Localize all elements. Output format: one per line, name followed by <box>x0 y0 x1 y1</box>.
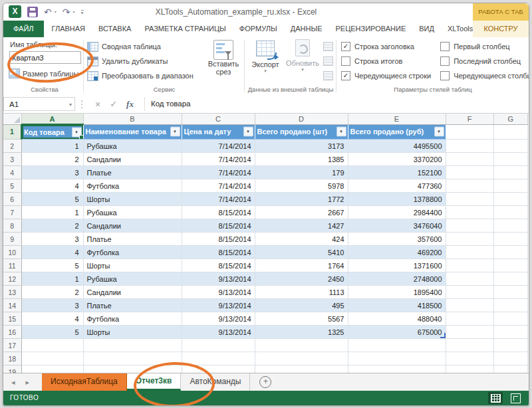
cell[interactable]: 9/13/2014 <box>182 286 255 299</box>
column-header-d[interactable]: D <box>255 114 348 124</box>
cell[interactable] <box>348 352 446 365</box>
tools-item-удалить-дубликаты[interactable]: Удалить дубликаты <box>87 54 194 68</box>
cell[interactable] <box>255 339 348 352</box>
cell[interactable]: Футболка <box>83 246 182 259</box>
tools-item-сводная-таблица[interactable]: Сводная таблица <box>87 39 194 54</box>
filter-dropdown-icon[interactable]: ▼ <box>434 127 444 137</box>
unlink-icon[interactable] <box>323 71 333 80</box>
row-header-15[interactable]: 15 <box>3 312 21 326</box>
ribbon-tab-рецензирование[interactable]: РЕЦЕНЗИРОВАНИЕ <box>329 21 412 37</box>
cell[interactable]: 3 <box>21 299 83 312</box>
cell[interactable]: 1325 <box>255 326 348 339</box>
cell[interactable]: Платье <box>83 299 182 312</box>
checkbox-box-icon[interactable]: ✓ <box>341 71 350 80</box>
cell[interactable]: 8/15/2014 <box>182 233 255 246</box>
cell[interactable] <box>83 352 182 365</box>
cell[interactable] <box>446 312 493 326</box>
cell[interactable]: 8/15/2014 <box>182 246 255 259</box>
cell[interactable]: 2984400 <box>348 206 446 219</box>
cell[interactable] <box>182 352 255 365</box>
cell[interactable]: 179 <box>255 166 348 179</box>
row-header-1[interactable]: 1 <box>3 124 21 140</box>
cell[interactable] <box>255 352 348 365</box>
cell[interactable]: Сандалии <box>83 219 182 233</box>
row-header-4[interactable]: 4 <box>3 166 21 179</box>
formula-input[interactable]: Код товара <box>151 95 190 113</box>
cell[interactable] <box>493 272 528 286</box>
cell[interactable]: 1371600 <box>348 259 446 272</box>
cell[interactable]: 5 <box>21 326 83 339</box>
cell[interactable]: Футболка <box>83 179 182 193</box>
name-box[interactable]: A1 ▾ <box>3 97 75 111</box>
cell[interactable] <box>493 153 528 166</box>
filter-dropdown-icon[interactable]: ▼ <box>170 127 180 137</box>
checkbox-box-icon[interactable] <box>440 42 450 51</box>
cell[interactable]: Рубашка <box>83 272 182 286</box>
column-header-b[interactable]: B <box>83 114 182 124</box>
cell[interactable] <box>493 299 528 312</box>
row-header-17[interactable]: 17 <box>3 339 21 352</box>
export-button[interactable]: Экспорт ▾ <box>248 41 283 73</box>
cell[interactable] <box>83 339 182 352</box>
row-header-2[interactable]: 2 <box>3 140 21 153</box>
cell[interactable]: 418500 <box>348 299 446 312</box>
checkbox-чередующиеся-строки[interactable]: ✓Чередующиеся строки <box>341 68 431 83</box>
cell[interactable]: 152100 <box>348 166 446 179</box>
cell[interactable]: 1385 <box>255 153 348 166</box>
cell[interactable]: 4 <box>21 179 83 193</box>
cell[interactable] <box>21 352 83 365</box>
cell[interactable]: 5 <box>21 193 83 206</box>
row-header-8[interactable]: 8 <box>3 219 21 233</box>
row-header-3[interactable]: 3 <box>3 153 21 166</box>
cell[interactable]: 1113 <box>255 286 348 299</box>
cell[interactable]: 8/15/2014 <box>182 259 255 272</box>
cell[interactable]: 1895400 <box>348 286 446 299</box>
cell[interactable]: 5410 <box>255 246 348 259</box>
checkbox-строка-итогов[interactable]: Строка итогов <box>341 54 431 68</box>
cell[interactable] <box>182 339 255 352</box>
cell[interactable]: Шорты <box>83 259 182 272</box>
cell[interactable] <box>446 179 493 193</box>
row-header-6[interactable]: 6 <box>3 193 21 206</box>
cell[interactable]: 5567 <box>255 312 348 326</box>
cell[interactable]: 1 <box>21 140 83 153</box>
cell[interactable]: 2667 <box>255 206 348 219</box>
cell[interactable] <box>446 339 493 352</box>
column-header-f[interactable]: F <box>446 114 493 124</box>
cell[interactable]: Сандалии <box>83 153 182 166</box>
checkbox-последний-столбец[interactable]: Последний столбец <box>440 54 529 68</box>
filter-dropdown-icon[interactable]: ▼ <box>336 127 346 137</box>
cell[interactable] <box>493 179 528 193</box>
cell[interactable]: 1427 <box>255 219 348 233</box>
cell[interactable]: Футболка <box>83 312 182 326</box>
cell[interactable]: 675000 <box>348 326 446 339</box>
cell[interactable]: Шорты <box>83 193 182 206</box>
cell[interactable]: 357600 <box>348 233 446 246</box>
add-sheet-icon[interactable]: + <box>259 376 271 388</box>
cell[interactable]: 3173 <box>255 140 348 153</box>
cell[interactable]: 495 <box>255 299 348 312</box>
cell[interactable] <box>446 153 493 166</box>
cell[interactable]: 9/13/2014 <box>182 299 255 312</box>
column-header-g[interactable]: G <box>493 114 528 124</box>
page-layout-view-icon[interactable] <box>511 393 521 403</box>
normal-view-icon[interactable] <box>488 392 503 404</box>
cell[interactable] <box>446 352 493 365</box>
checkbox-box-icon[interactable] <box>440 71 450 80</box>
ribbon-tab-формулы[interactable]: ФОРМУЛЫ <box>233 21 284 37</box>
cell[interactable] <box>446 246 493 259</box>
cell[interactable]: 1 <box>21 206 83 219</box>
cell[interactable]: 8/15/2014 <box>182 206 255 219</box>
cell[interactable] <box>493 259 528 272</box>
cell[interactable]: 4 <box>21 246 83 259</box>
properties-icon[interactable] <box>323 42 333 51</box>
cell[interactable]: 424 <box>255 233 348 246</box>
cell[interactable] <box>493 219 528 233</box>
cell[interactable] <box>446 193 493 206</box>
cell[interactable] <box>446 326 493 339</box>
cell[interactable] <box>493 166 528 179</box>
cell[interactable] <box>446 124 493 140</box>
table-header-cell-всего-продано-шт-[interactable]: Всего продано (шт)▼ <box>255 124 348 140</box>
ribbon-tab-вставка[interactable]: ВСТАВКА <box>92 21 138 37</box>
checkbox-чередующиеся-столбцы[interactable]: Чередующиеся столбцы <box>440 68 529 83</box>
